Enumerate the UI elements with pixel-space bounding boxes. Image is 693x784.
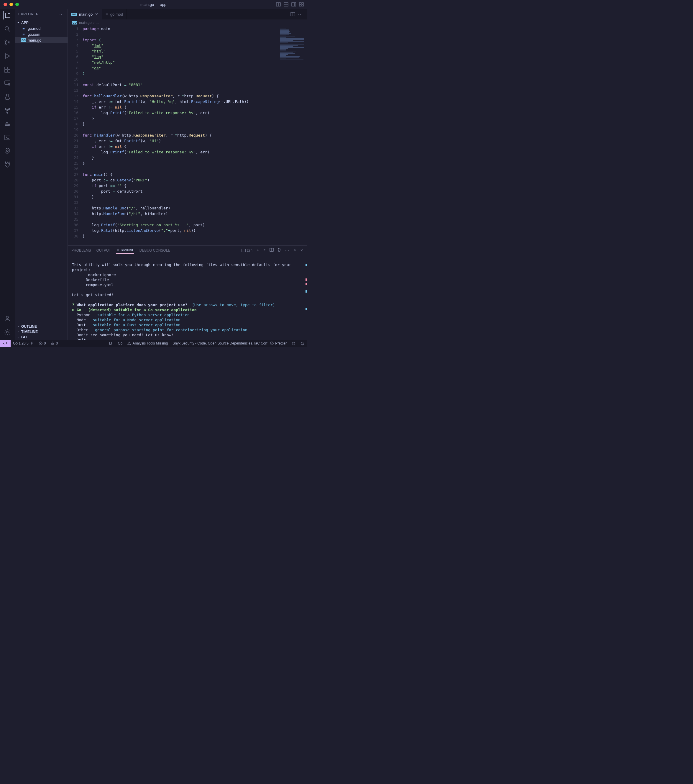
terminal-shell-label[interactable]: zsh (242, 248, 252, 252)
file-icon: ≡ (21, 26, 26, 31)
tab-gomod[interactable]: ≡ go.mod (102, 9, 127, 20)
file-icon: ≡ (105, 12, 108, 16)
tab-problems[interactable]: PROBLEMS (71, 247, 91, 254)
kubernetes-icon[interactable] (3, 147, 12, 155)
svg-point-12 (5, 40, 7, 41)
more-actions-icon[interactable]: ··· (298, 12, 303, 16)
tab-maingo[interactable]: GO main.go ✕ (68, 9, 102, 20)
file-gomod[interactable]: ≡ go.mod (15, 25, 67, 31)
docker-icon[interactable] (3, 120, 12, 128)
layout-toggle-icon[interactable] (276, 2, 281, 7)
source-control-icon[interactable] (3, 38, 12, 47)
explorer-title: EXPLORER (18, 12, 39, 16)
tab-output[interactable]: OUTPUT (96, 247, 111, 254)
svg-rect-21 (5, 135, 10, 140)
go-file-icon: GO (71, 13, 77, 16)
explorer-more-icon[interactable]: ··· (59, 12, 64, 16)
svg-point-23 (6, 316, 8, 319)
go-file-icon: GO (72, 21, 77, 25)
analysis-status[interactable]: Analysis Tools Missing (125, 341, 170, 345)
file-icon: ≡ (21, 32, 26, 36)
timeline-section[interactable]: TIMELINE (15, 329, 67, 334)
close-icon[interactable]: ✕ (95, 12, 98, 16)
code-editor[interactable]: 1234567891011121314151617181920212223242… (68, 26, 307, 245)
close-panel-icon[interactable]: ✕ (300, 248, 303, 252)
svg-rect-18 (8, 70, 10, 72)
outline-section[interactable]: OUTLINE (15, 324, 67, 329)
svg-point-38 (294, 343, 295, 344)
svg-line-36 (271, 343, 273, 344)
svg-rect-15 (5, 67, 7, 69)
errors-status[interactable]: 0 (36, 341, 48, 345)
language-status[interactable]: Go (115, 341, 125, 345)
go-section[interactable]: GO (15, 334, 67, 340)
search-icon[interactable] (3, 25, 12, 33)
new-terminal-icon[interactable]: ＋ (256, 248, 260, 253)
sidebar: EXPLORER ··· APP ≡ go.mod ≡ go.sum GO ma… (15, 9, 68, 340)
run-debug-icon[interactable] (3, 52, 12, 60)
svg-rect-6 (299, 3, 301, 4)
file-gosum[interactable]: ≡ go.sum (15, 31, 67, 37)
svg-rect-9 (302, 5, 303, 6)
svg-point-37 (292, 343, 293, 344)
svg-point-22 (7, 150, 8, 152)
terminal-dropdown-icon[interactable] (263, 248, 266, 252)
svg-point-24 (7, 331, 8, 333)
kill-terminal-icon[interactable] (277, 248, 281, 253)
feedback-icon[interactable] (289, 341, 298, 345)
gitlens-icon[interactable] (3, 160, 12, 169)
svg-rect-16 (8, 67, 10, 69)
file-maingo[interactable]: GO main.go (15, 37, 67, 43)
testing-icon[interactable] (3, 92, 12, 101)
svg-point-10 (5, 26, 8, 30)
customize-layout-icon[interactable] (299, 2, 304, 7)
prettier-status[interactable]: Prettier (267, 341, 289, 345)
bottom-panel: PROBLEMS OUTPUT TERMINAL DEBUG CONSOLE z… (68, 245, 307, 340)
svg-point-14 (8, 42, 10, 43)
activity-bar (0, 9, 15, 340)
warnings-status[interactable]: 0 (48, 341, 60, 345)
terminal-ext-icon[interactable] (3, 133, 12, 142)
sidebar-right-toggle-icon[interactable] (291, 2, 296, 7)
extensions-icon[interactable] (3, 66, 12, 74)
svg-rect-27 (242, 249, 245, 252)
eol-status[interactable]: LF (107, 341, 115, 345)
panel-toggle-icon[interactable] (284, 2, 288, 7)
window-title: main.go — app (140, 2, 166, 7)
more-terminal-icon[interactable]: ··· (285, 248, 290, 252)
folder-app[interactable]: APP (15, 20, 67, 25)
minimize-window-button[interactable] (10, 3, 13, 6)
go-version-status[interactable]: Go 1.20.5 (11, 341, 36, 345)
svg-rect-4 (291, 3, 296, 6)
svg-line-11 (8, 30, 10, 31)
go-file-icon: GO (21, 38, 26, 43)
remote-explorer-icon[interactable] (3, 79, 12, 87)
breadcrumb[interactable]: GO main.go › ... (68, 20, 307, 26)
close-window-button[interactable] (3, 3, 7, 6)
svg-rect-7 (302, 3, 303, 4)
svg-rect-2 (284, 3, 288, 6)
svg-rect-19 (5, 81, 10, 84)
split-terminal-icon[interactable] (270, 248, 274, 253)
split-editor-icon[interactable] (290, 12, 295, 16)
maximize-panel-icon[interactable] (293, 248, 297, 252)
tab-terminal[interactable]: TERMINAL (116, 247, 134, 254)
notifications-icon[interactable] (298, 341, 307, 345)
terraform-icon[interactable] (3, 106, 12, 114)
svg-rect-17 (5, 70, 7, 72)
titlebar: main.go — app (0, 0, 307, 9)
svg-point-13 (5, 44, 7, 45)
explorer-icon[interactable] (3, 11, 11, 20)
status-bar: Go 1.20.5 0 0 LF Go Analysis Tools Missi… (0, 340, 307, 347)
remote-indicator[interactable] (0, 340, 11, 347)
svg-rect-8 (299, 5, 301, 6)
accounts-icon[interactable] (3, 315, 12, 323)
maximize-window-button[interactable] (15, 3, 19, 6)
tab-bar: GO main.go ✕ ≡ go.mod ··· (68, 9, 307, 20)
settings-icon[interactable] (3, 328, 12, 336)
tab-debug-console[interactable]: DEBUG CONSOLE (140, 247, 170, 254)
terminal-content[interactable]: This utility will walk you through creat… (68, 255, 307, 340)
snyk-status[interactable]: Snyk Security - Code, Open Source Depend… (170, 341, 267, 345)
